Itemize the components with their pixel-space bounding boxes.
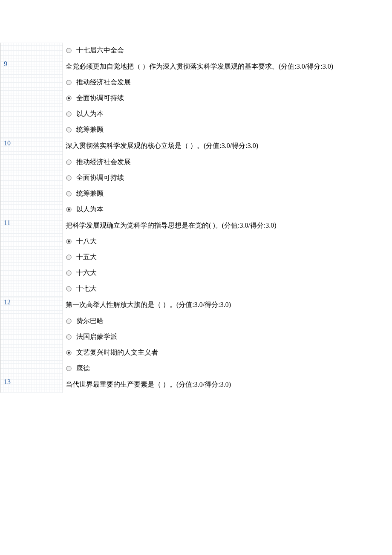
svg-point-6 <box>66 160 71 165</box>
option-cell[interactable]: 统筹兼顾 <box>63 186 392 202</box>
option-cell[interactable]: 费尔巴哈 <box>63 313 392 329</box>
svg-point-13 <box>66 255 71 260</box>
option-label: 以人为本 <box>76 205 104 213</box>
svg-point-4 <box>66 112 71 116</box>
option-cell[interactable]: 十八大 <box>63 234 392 249</box>
option-number-spacer <box>0 90 63 106</box>
option-label: 文艺复兴时期的人文主义者 <box>76 349 158 356</box>
option-cell[interactable]: 文艺复兴时期的人文主义者 <box>63 345 392 361</box>
option-cell[interactable]: 推动经济社会发展 <box>63 154 392 170</box>
option-number-spacer <box>0 249 63 265</box>
option-number-spacer <box>0 43 63 58</box>
radio-unselected-icon[interactable] <box>66 365 72 372</box>
option-row: 费尔巴哈 <box>0 313 392 329</box>
option-row: 十七大 <box>0 281 392 297</box>
question-stem: 第一次高举人性解放大旗的是（ ）。(分值:3.0/得分:3.0) <box>63 297 392 313</box>
radio-unselected-icon[interactable] <box>66 270 72 276</box>
radio-unselected-icon[interactable] <box>66 318 72 324</box>
radio-unselected-icon[interactable] <box>66 159 72 165</box>
svg-point-5 <box>66 127 71 132</box>
radio-selected-icon[interactable] <box>66 350 72 356</box>
option-row: 统筹兼顾 <box>0 122 392 138</box>
question-number: 10 <box>0 138 63 154</box>
option-row: 以人为本 <box>0 202 392 217</box>
option-number-spacer <box>0 154 63 170</box>
radio-unselected-icon[interactable] <box>66 334 72 340</box>
option-label: 法国启蒙学派 <box>76 333 117 340</box>
option-row: 推动经济社会发展 <box>0 154 392 170</box>
option-row: 康德 <box>0 361 392 376</box>
radio-unselected-icon[interactable] <box>66 286 72 292</box>
question-row: 9全党必须更加自觉地把（ ）作为深入贯彻落实科学发展观的基本要求。(分值:3.0… <box>0 58 392 75</box>
svg-point-15 <box>66 286 71 291</box>
option-cell[interactable]: 十六大 <box>63 265 392 281</box>
option-cell[interactable]: 统筹兼顾 <box>63 122 392 138</box>
option-row: 统筹兼顾 <box>0 186 392 202</box>
svg-point-20 <box>66 366 71 370</box>
option-cell[interactable]: 十五大 <box>63 249 392 265</box>
option-number-spacer <box>0 281 63 297</box>
radio-unselected-icon[interactable] <box>66 191 72 197</box>
option-label: 十八大 <box>76 237 97 245</box>
option-number-spacer <box>0 361 63 376</box>
svg-point-3 <box>68 97 70 99</box>
option-cell[interactable]: 以人为本 <box>63 106 392 122</box>
radio-unselected-icon[interactable] <box>66 79 72 86</box>
option-number-spacer <box>0 186 63 202</box>
radio-unselected-icon[interactable] <box>66 175 72 181</box>
option-number-spacer <box>0 313 63 329</box>
option-label: 十五大 <box>76 253 97 260</box>
option-label: 推动经济社会发展 <box>76 158 131 165</box>
option-cell[interactable]: 康德 <box>63 361 392 376</box>
option-cell[interactable]: 推动经济社会发展 <box>63 75 392 90</box>
option-cell[interactable]: 以人为本 <box>63 202 392 217</box>
question-number: 13 <box>0 376 63 393</box>
quiz-table: 十七届六中全会9全党必须更加自觉地把（ ）作为深入贯彻落实科学发展观的基本要求。… <box>0 43 392 393</box>
option-number-spacer <box>0 234 63 249</box>
radio-selected-icon[interactable] <box>66 206 72 213</box>
radio-selected-icon[interactable] <box>66 238 72 245</box>
question-row: 13当代世界最重要的生产要素是（ ）。(分值:3.0/得分:3.0) <box>0 376 392 393</box>
question-row: 10深入贯彻落实科学发展观的核心立场是（ ）。(分值:3.0/得分:3.0) <box>0 138 392 154</box>
option-label: 费尔巴哈 <box>76 317 104 324</box>
option-label: 十七届六中全会 <box>76 46 124 54</box>
option-number-spacer <box>0 106 63 122</box>
option-number-spacer <box>0 265 63 281</box>
quiz-page: 十七届六中全会9全党必须更加自觉地把（ ）作为深入贯彻落实科学发展观的基本要求。… <box>0 0 392 435</box>
question-stem: 当代世界最重要的生产要素是（ ）。(分值:3.0/得分:3.0) <box>63 376 392 393</box>
radio-unselected-icon[interactable] <box>66 47 72 54</box>
option-row: 以人为本 <box>0 106 392 122</box>
option-row: 十八大 <box>0 234 392 249</box>
svg-point-14 <box>66 271 71 275</box>
radio-selected-icon[interactable] <box>66 95 72 101</box>
option-row: 推动经济社会发展 <box>0 75 392 90</box>
option-label: 统筹兼顾 <box>76 190 104 197</box>
option-row: 十七届六中全会 <box>0 43 392 58</box>
question-stem: 把科学发展观确立为党科学的指导思想是在党的( )。(分值:3.0/得分:3.0) <box>63 217 392 234</box>
option-row: 十六大 <box>0 265 392 281</box>
option-cell[interactable]: 法国启蒙学派 <box>63 329 392 345</box>
option-cell[interactable]: 十七大 <box>63 281 392 297</box>
option-cell[interactable]: 全面协调可持续 <box>63 90 392 106</box>
option-label: 十六大 <box>76 269 97 276</box>
radio-unselected-icon[interactable] <box>66 111 72 117</box>
option-label: 康德 <box>76 364 90 372</box>
svg-point-17 <box>66 334 71 339</box>
svg-point-8 <box>66 191 71 196</box>
option-cell[interactable]: 全面协调可持续 <box>63 170 392 186</box>
radio-unselected-icon[interactable] <box>66 254 72 260</box>
svg-point-16 <box>66 318 71 323</box>
option-row: 文艺复兴时期的人文主义者 <box>0 345 392 361</box>
question-row: 11把科学发展观确立为党科学的指导思想是在党的( )。(分值:3.0/得分:3.… <box>0 217 392 234</box>
svg-point-12 <box>68 240 70 243</box>
radio-unselected-icon[interactable] <box>66 127 72 133</box>
option-label: 全面协调可持续 <box>76 94 124 101</box>
option-cell[interactable]: 十七届六中全会 <box>63 43 392 58</box>
option-row: 法国启蒙学派 <box>0 329 392 345</box>
option-label: 全面协调可持续 <box>76 174 124 181</box>
option-number-spacer <box>0 202 63 217</box>
option-row: 十五大 <box>0 249 392 265</box>
svg-point-7 <box>66 176 71 180</box>
svg-point-1 <box>66 80 71 85</box>
option-number-spacer <box>0 170 63 186</box>
